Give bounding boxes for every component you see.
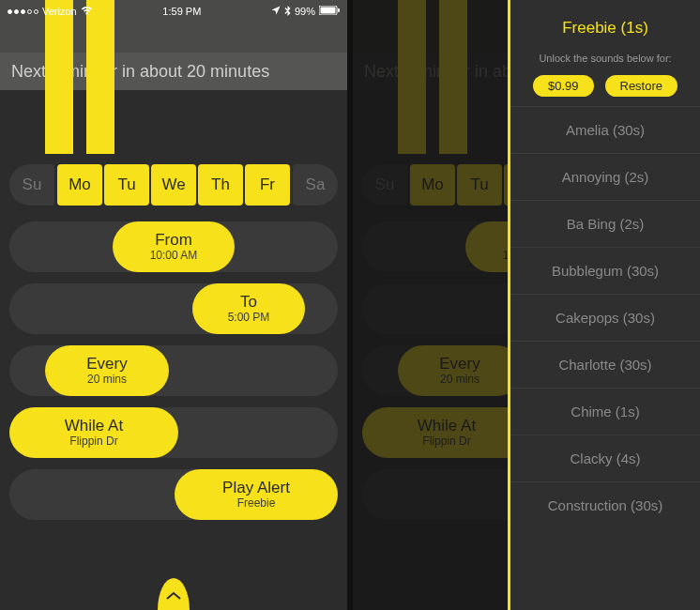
- every-row[interactable]: Every 20 mins: [9, 345, 338, 396]
- play-alert-pill[interactable]: Play Alert Freebie: [175, 469, 338, 520]
- day-mo[interactable]: Mo: [57, 164, 102, 206]
- from-pill[interactable]: From 10:00 AM: [113, 221, 235, 272]
- day-selector[interactable]: Su Mo Tu We Th Fr Sa: [9, 161, 338, 208]
- sounds-panel: Freebie (1s) Unlock the sounds below for…: [508, 0, 700, 610]
- day-su[interactable]: Su: [362, 164, 407, 206]
- while-pill[interactable]: While At Flippin Dr: [9, 407, 178, 458]
- unlock-subtitle: Unlock the sounds below for:: [510, 53, 700, 64]
- sound-item[interactable]: Clacky (4s): [510, 435, 700, 481]
- status-bar: Verizon 1:59 PM 99%: [0, 2, 347, 21]
- pill-title: Play Alert: [222, 480, 290, 497]
- battery-icon: [319, 6, 340, 17]
- from-row[interactable]: From 10:00 AM: [9, 221, 338, 272]
- restore-button[interactable]: Restore: [605, 75, 678, 97]
- pill-title: While At: [65, 418, 123, 435]
- pill-sub: Freebie: [237, 497, 276, 510]
- every-pill[interactable]: Every 20 mins: [45, 345, 169, 396]
- pill-sub: 5:00 PM: [228, 312, 270, 324]
- chevron-up-icon: [166, 588, 181, 603]
- to-pill[interactable]: To 5:00 PM: [192, 283, 305, 334]
- sound-item[interactable]: Charlotte (30s): [510, 341, 700, 388]
- sounds-list[interactable]: Amelia (30s) Annoying (2s) Ba Bing (2s) …: [510, 106, 700, 610]
- pill-title: To: [240, 294, 257, 312]
- buy-button[interactable]: $0.99: [533, 75, 594, 97]
- sound-item[interactable]: Annoying (2s): [510, 153, 700, 200]
- sound-item[interactable]: Amelia (30s): [510, 106, 700, 153]
- day-tu[interactable]: Tu: [457, 164, 502, 206]
- phone-screen-main: Verizon 1:59 PM 99% Next reminder in abo…: [0, 0, 347, 610]
- logo-bars: [45, 0, 114, 154]
- selected-sound-title: Freebie (1s): [510, 0, 700, 47]
- carrier-label: Verizon: [42, 6, 77, 17]
- day-th[interactable]: Th: [198, 164, 243, 206]
- day-mo[interactable]: Mo: [410, 164, 455, 206]
- day-sa[interactable]: Sa: [293, 164, 338, 206]
- status-time: 1:59 PM: [162, 6, 201, 17]
- sound-item[interactable]: Chime (1s): [510, 388, 700, 435]
- phone-screen-sounds: Next reminder in about 20 minutes Su Mo …: [353, 0, 700, 610]
- to-row[interactable]: To 5:00 PM: [9, 283, 338, 334]
- play-alert-row[interactable]: Play Alert Freebie: [9, 469, 338, 520]
- sound-item[interactable]: Construction (30s): [510, 481, 700, 528]
- pill-sub: 20 mins: [87, 374, 127, 386]
- expand-up-button[interactable]: [158, 578, 190, 610]
- pill-sub: Flippin Dr: [69, 435, 117, 448]
- sound-item[interactable]: Bubblegum (30s): [510, 247, 700, 294]
- while-row[interactable]: While At Flippin Dr: [9, 407, 338, 458]
- svg-rect-2: [338, 8, 340, 12]
- wifi-icon: [81, 6, 93, 17]
- day-fr[interactable]: Fr: [245, 164, 290, 206]
- pill-sub: 10:00 AM: [150, 250, 198, 262]
- pill-title: From: [155, 232, 192, 250]
- sound-item[interactable]: Ba Bing (2s): [510, 200, 700, 247]
- day-tu[interactable]: Tu: [104, 164, 149, 206]
- signal-icon: [8, 9, 38, 14]
- bluetooth-icon: [284, 6, 291, 18]
- battery-percent: 99%: [295, 6, 315, 17]
- pill-title: Every: [86, 356, 127, 374]
- location-icon: [271, 6, 281, 17]
- day-su[interactable]: Su: [9, 164, 54, 206]
- sound-item[interactable]: Cakepops (30s): [510, 294, 700, 341]
- svg-rect-1: [320, 8, 335, 14]
- logo-bars: [398, 0, 467, 154]
- day-we[interactable]: We: [151, 164, 196, 206]
